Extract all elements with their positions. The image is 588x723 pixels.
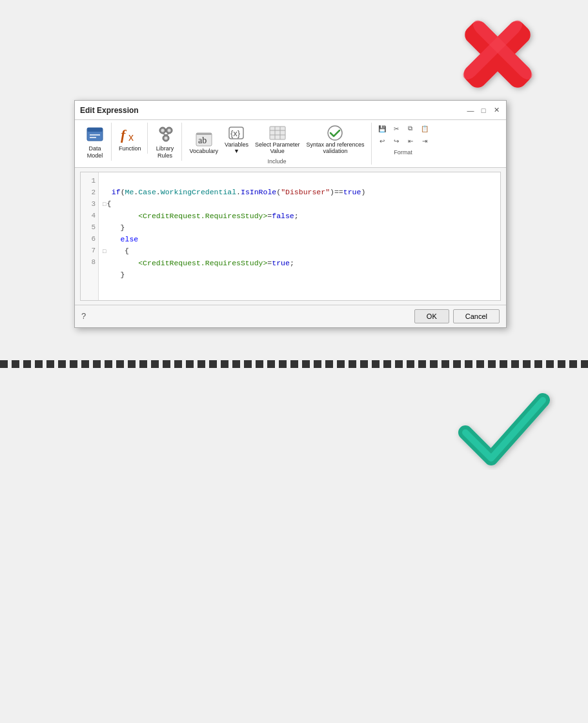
cut-icon[interactable]: ✂ [390,123,403,134]
save-icon[interactable]: 💾 [376,123,389,134]
svg-point-11 [161,129,164,132]
syntax-btn[interactable]: Syntax and referencesvalidation [303,123,367,156]
function-btn[interactable]: f x Function [117,123,143,154]
top-section: Edit Expression — □ ✕ [0,0,588,368]
format-group-label: Format [394,149,412,156]
top-dialog-titlebar: Edit Expression — □ ✕ [75,101,506,120]
copy-icon[interactable]: ⧉ [404,123,417,134]
indent-right-icon[interactable]: ⇥ [418,135,431,147]
toolbar-group-library: LibraryRules [149,123,182,161]
svg-text:x: x [128,132,134,143]
vocabulary-label: Vocabulary [190,148,219,155]
indent-left-icon[interactable]: ⇤ [404,135,417,147]
svg-point-13 [167,129,170,132]
library-rules-btn[interactable]: LibraryRules [153,123,177,161]
select-param-label: Select ParameterValue [255,142,300,155]
top-dialog-close-btn[interactable]: ✕ [492,106,501,115]
select-param-icon [269,124,287,142]
top-footer-buttons: OK Cancel [414,309,500,323]
format-row1: 💾 ✂ ⧉ 📋 [376,123,431,134]
data-model-label: DataModel [87,145,103,159]
svg-rect-23 [270,127,285,139]
top-dialog-controls: — □ ✕ [466,106,501,115]
toolbar-group-include: ab Vocabulary {x} [183,123,372,165]
vocabulary-btn[interactable]: ab Vocabulary [187,129,221,156]
data-model-btn[interactable]: DataModel [83,123,107,161]
top-dialog-maximize-btn[interactable]: □ [479,106,488,115]
top-line-numbers: 1 2 3 4 5 6 7 8 [81,172,99,300]
top-code-editor[interactable]: 1 2 3 4 5 6 7 8 if(Me.Case.WorkingCreden… [80,172,501,301]
format-row2: ↩ ↪ ⇤ ⇥ [376,135,431,147]
top-dialog-title: Edit Expression [80,106,139,115]
variables-btn[interactable]: {x} Variables▼ [222,123,251,156]
teal-checkmark-icon [452,381,556,484]
svg-rect-5 [87,128,103,132]
select-param-btn[interactable]: Select ParameterValue [252,123,303,156]
function-label: Function [119,145,141,152]
variables-icon: {x} [227,124,245,142]
toolbar-group-format: 💾 ✂ ⧉ 📋 ↩ ↪ ⇤ ⇥ Format [373,123,434,156]
include-group-label: Include [268,158,287,165]
svg-line-16 [163,134,166,135]
svg-text:{x}: {x} [230,128,241,138]
top-help-icon[interactable]: ? [81,311,86,321]
toolbar-group-function: f x Function [113,123,148,154]
undo-icon[interactable]: ↩ [376,135,389,147]
data-model-icon [85,124,105,145]
paste-icon[interactable]: 📋 [418,123,431,134]
svg-point-15 [164,137,167,140]
top-cancel-button[interactable]: Cancel [453,309,500,323]
vocabulary-icon: ab [195,130,213,148]
syntax-icon [323,124,347,142]
toolbar-group-datamodel: DataModel [79,123,112,161]
svg-rect-20 [196,133,212,135]
top-toolbar: DataModel f x Function [75,120,506,168]
function-icon: f x [119,124,140,145]
top-dialog: Edit Expression — □ ✕ [74,100,507,328]
svg-text:ab: ab [198,136,207,145]
library-rules-label: LibraryRules [156,145,174,159]
variables-label: Variables▼ [225,142,248,155]
redo-icon[interactable]: ↪ [390,135,403,147]
top-dialog-minimize-btn[interactable]: — [466,106,475,115]
red-x-icon [446,3,549,107]
svg-line-17 [166,134,169,135]
library-rules-icon [155,124,176,145]
include-items: ab Vocabulary {x} [187,123,367,156]
bottom-section: Edit Expression — □ ✕ [0,368,588,723]
top-dialog-footer: ? OK Cancel [75,305,506,327]
top-code-content: if(Me.Case.WorkingCredential.IsInRole("D… [99,172,500,300]
svg-text:f: f [121,127,127,143]
dashed-separator [0,360,588,368]
syntax-label: Syntax and referencesvalidation [306,142,364,155]
top-ok-button[interactable]: OK [414,309,449,323]
